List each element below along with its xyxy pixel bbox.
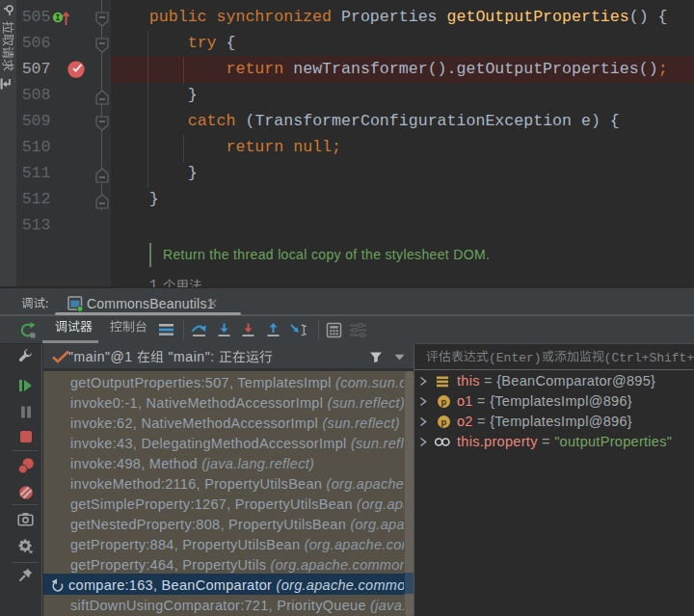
svg-text:p: p: [441, 396, 447, 407]
svg-text:p: p: [441, 416, 447, 427]
